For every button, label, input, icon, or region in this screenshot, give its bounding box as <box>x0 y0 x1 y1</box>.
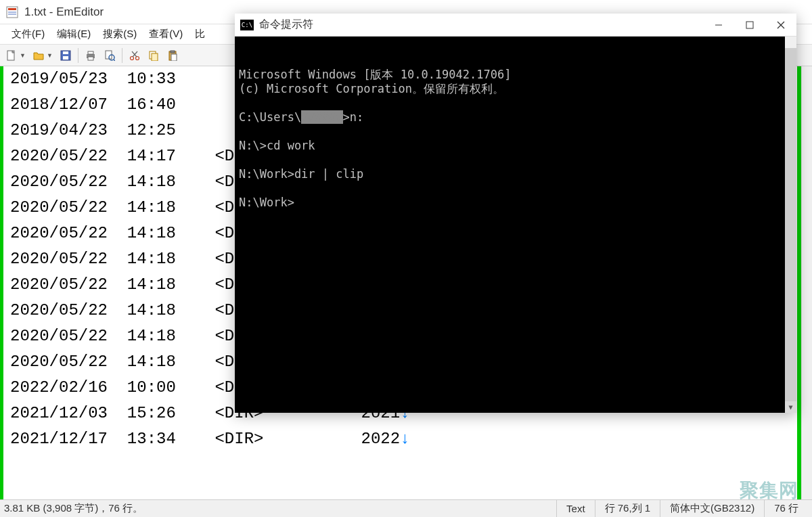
separator <box>78 48 78 63</box>
cmd-line <box>239 153 792 167</box>
emeditor-icon <box>5 5 19 19</box>
copy-button[interactable] <box>145 47 162 64</box>
new-file-button[interactable] <box>3 47 20 64</box>
status-position: 行 76,列 1 <box>595 500 660 517</box>
open-dropdown[interactable]: ▼ <box>47 52 53 59</box>
status-lines: 76 行 <box>764 500 808 517</box>
menu-search[interactable]: 搜索(S) <box>97 26 143 43</box>
paste-button[interactable] <box>164 47 181 64</box>
close-button[interactable] <box>765 14 796 36</box>
menu-truncated[interactable]: 比 <box>189 26 211 43</box>
scroll-track[interactable] <box>785 48 796 401</box>
svg-point-16 <box>135 56 139 60</box>
scroll-down-button[interactable]: ▼ <box>785 401 796 413</box>
cmd-line: N:\Work>dir | clip <box>239 167 792 181</box>
cmd-line: (c) Microsoft Corporation。保留所有权利。 <box>239 82 792 96</box>
open-file-button[interactable] <box>30 47 47 64</box>
status-filesize: 3.81 KB (3,908 字节)，76 行。 <box>4 502 556 515</box>
status-mode: Text <box>556 500 595 517</box>
svg-rect-11 <box>88 57 93 60</box>
window-controls <box>703 14 796 36</box>
return-mark-icon: ↓ <box>400 430 409 448</box>
svg-line-17 <box>133 51 137 57</box>
print-button[interactable] <box>82 47 99 64</box>
svg-rect-22 <box>171 51 175 53</box>
scroll-thumb[interactable] <box>785 48 796 401</box>
cmd-terminal[interactable]: Microsoft Windows [版本 10.0.19042.1706](c… <box>235 37 796 413</box>
cmd-line <box>239 181 792 196</box>
svg-rect-7 <box>63 56 68 60</box>
minimize-button[interactable] <box>703 14 734 36</box>
save-button[interactable] <box>57 47 74 64</box>
cmd-scrollbar[interactable]: ▲ ▼ <box>785 37 796 413</box>
cmd-line: N:\Work> <box>239 196 792 210</box>
svg-line-14 <box>114 60 115 61</box>
redacted-text: ###### <box>301 110 342 124</box>
menu-view[interactable]: 查看(V) <box>143 26 189 43</box>
svg-rect-8 <box>63 51 68 54</box>
separator <box>122 48 122 63</box>
cmd-icon: C:\ <box>240 20 254 30</box>
cmd-line <box>239 125 792 139</box>
cmd-title: 命令提示符 <box>259 18 703 32</box>
new-dropdown[interactable]: ▼ <box>20 52 26 59</box>
print-preview-button[interactable] <box>101 47 118 64</box>
editor-line: 2021/12/17 13:34 <DIR> 2022↓ <box>3 426 812 452</box>
statusbar: 3.81 KB (3,908 字节)，76 行。 Text 行 76,列 1 简… <box>0 499 812 517</box>
cmd-line <box>239 96 792 110</box>
menu-file[interactable]: 文件(F) <box>5 26 51 43</box>
svg-rect-1 <box>8 8 16 10</box>
svg-line-18 <box>132 51 137 57</box>
cut-button[interactable] <box>126 47 143 64</box>
cmd-line: N:\>cd work <box>239 139 792 153</box>
status-encoding: 简体中文(GB2312) <box>660 500 764 517</box>
svg-rect-25 <box>746 22 753 28</box>
cmd-titlebar[interactable]: C:\ 命令提示符 <box>235 14 796 37</box>
command-prompt-window: C:\ 命令提示符 Microsoft Windows [版本 10.0.190… <box>235 14 796 413</box>
cmd-line: Microsoft Windows [版本 10.0.19042.1706] <box>239 68 792 82</box>
editor-title: 1.txt - EmEditor <box>24 5 104 19</box>
svg-rect-20 <box>152 53 158 61</box>
svg-rect-23 <box>171 54 177 61</box>
svg-point-15 <box>130 56 133 60</box>
menu-edit[interactable]: 编辑(E) <box>51 26 97 43</box>
maximize-button[interactable] <box>734 14 765 36</box>
svg-rect-10 <box>88 51 93 54</box>
cmd-line: C:\Users\######>n: <box>239 110 792 125</box>
